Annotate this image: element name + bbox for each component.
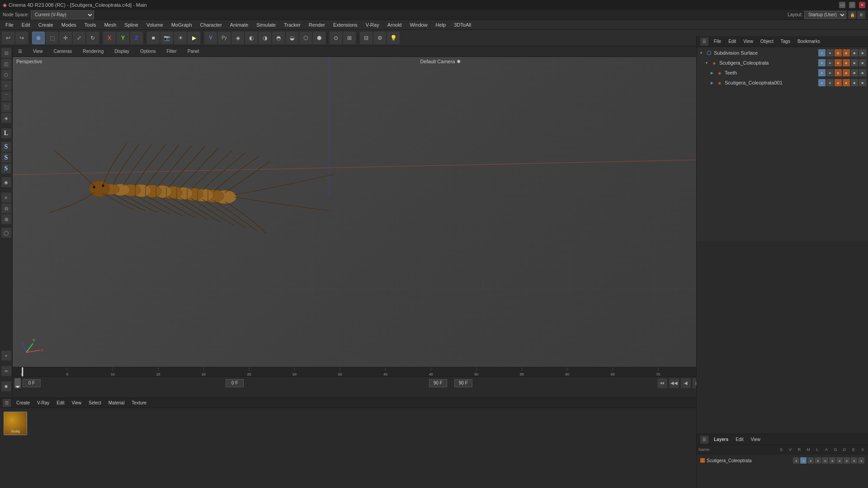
render-btn-scut001[interactable]: ●	[826, 79, 834, 86]
col-btn-subdiv-1[interactable]: ■	[835, 49, 842, 56]
goto-first-btn[interactable]: ⏮	[657, 378, 667, 388]
sidebar-btn-brush[interactable]: ✏	[1, 366, 11, 376]
menu-tools[interactable]: Tools	[81, 20, 100, 29]
collapse-btn-3[interactable]: ▶	[709, 70, 715, 75]
vp-menu-rendering[interactable]: Rendering	[81, 49, 105, 54]
layout-selector[interactable]: Startup (User)	[804, 11, 846, 19]
menu-arnold[interactable]: Arnold	[384, 20, 406, 29]
collapse-btn-1[interactable]: ▼	[698, 50, 704, 56]
sidebar-btn-2[interactable]: ◫	[1, 59, 11, 69]
menu-animate[interactable]: Animate	[226, 20, 252, 29]
sidebar-btn-patch[interactable]: ⬛	[1, 102, 11, 112]
end-frame-display[interactable]	[429, 379, 447, 387]
vp-menu-filter[interactable]: Filter	[165, 49, 179, 54]
menu-render[interactable]: Render	[305, 20, 329, 29]
tree-item-teeth[interactable]: ▶ ◈ Teeth ● ● ■ ■ ■ ■	[697, 68, 868, 78]
settings-btn-toolbar[interactable]: ⚙	[373, 32, 386, 44]
mat-menu-vray[interactable]: V-Ray	[35, 399, 51, 408]
vp-menu-panel[interactable]: Panel	[186, 49, 201, 54]
node-space-selector[interactable]: Current (V-Ray)	[31, 10, 94, 19]
prev-frame-btn[interactable]: ◀	[681, 378, 691, 388]
menu-extensions[interactable]: Extensions	[330, 20, 361, 29]
menu-file[interactable]: File	[2, 20, 17, 29]
sidebar-btn-s1[interactable]: S	[1, 142, 11, 152]
x-axis-btn[interactable]: X	[103, 32, 116, 44]
current-frame-input[interactable]	[23, 379, 41, 387]
menu-create[interactable]: Create	[35, 20, 57, 29]
menu-mograph[interactable]: MoGraph	[168, 20, 196, 29]
col-btn-scut001-1[interactable]: ■	[835, 79, 842, 86]
tool-icon-9[interactable]: ⬢	[313, 32, 326, 44]
minimize-btn[interactable]: —	[839, 2, 845, 8]
goto-prev-key-btn[interactable]: ◀◀	[669, 378, 679, 388]
col-btn-scut-1[interactable]: ■	[835, 59, 842, 66]
cube-btn[interactable]: ■	[147, 32, 160, 44]
render-btn-scut[interactable]: ●	[826, 59, 834, 66]
vis-btn-subdiv[interactable]: ●	[818, 49, 826, 56]
sidebar-btn-null[interactable]: ○	[1, 80, 11, 90]
mat-menu-select[interactable]: Select	[87, 399, 103, 408]
menu-mesh[interactable]: Mesh	[100, 20, 120, 29]
vp-menu-icon[interactable]: ☰	[16, 49, 24, 54]
sidebar-btn-obj[interactable]: ⬡	[1, 70, 11, 80]
lock-icon[interactable]: 🔒	[848, 11, 856, 19]
sidebar-btn-layer[interactable]: ≡	[1, 192, 11, 202]
menu-volume[interactable]: Volume	[143, 20, 167, 29]
menu-tracker[interactable]: Tracker	[280, 20, 304, 29]
menu-3dtoall[interactable]: 3DToAll	[450, 20, 475, 29]
sidebar-btn-paint[interactable]: ⬟	[1, 381, 11, 391]
mat-menu-texture[interactable]: Texture	[130, 399, 148, 408]
snap-btn[interactable]: ⊞	[343, 32, 356, 44]
vp-menu-cameras[interactable]: Cameras	[52, 49, 74, 54]
col-btn-scut001-3[interactable]: ■	[851, 79, 858, 86]
rotate-btn[interactable]: ↻	[86, 32, 99, 44]
menu-spline[interactable]: Spline	[121, 20, 142, 29]
menu-edit[interactable]: Edit	[18, 20, 34, 29]
col-btn-teeth-1[interactable]: ■	[835, 69, 842, 76]
undo-btn[interactable]: ↩	[2, 32, 14, 44]
col-btn-subdiv-3[interactable]: ■	[851, 49, 858, 56]
mat-menu-create[interactable]: Create	[14, 399, 32, 408]
light-add-btn[interactable]: ☀	[174, 32, 187, 44]
move-btn[interactable]: ✛	[59, 32, 72, 44]
scale-btn[interactable]: ⤢	[73, 32, 85, 44]
grid-btn[interactable]: ⊟	[360, 32, 373, 44]
collapse-btn-2[interactable]: ▼	[704, 60, 709, 66]
sidebar-btn-add[interactable]: +	[1, 351, 11, 361]
tool-icon-4[interactable]: ◐	[245, 32, 258, 44]
col-btn-teeth-3[interactable]: ■	[851, 69, 858, 76]
camera-add-btn[interactable]: 📷	[160, 32, 173, 44]
render-btn-subdiv[interactable]: ●	[826, 49, 834, 56]
sidebar-btn-tool1[interactable]: ◉	[1, 177, 11, 187]
mat-menu-edit[interactable]: Edit	[55, 399, 66, 408]
frame-display-2[interactable]	[226, 379, 244, 387]
render-btn-teeth[interactable]: ●	[826, 69, 834, 76]
menu-modes[interactable]: Modes	[58, 20, 80, 29]
sidebar-btn-gen[interactable]: ◈	[1, 113, 11, 123]
sidebar-btn-s2[interactable]: S	[1, 153, 11, 163]
playhead-indicator[interactable]	[14, 378, 21, 388]
sidebar-btn-1[interactable]: ⊡	[1, 48, 11, 58]
tool-icon-3[interactable]: ◈	[231, 32, 244, 44]
vray-icon-2[interactable]: Py	[218, 32, 231, 44]
tool-icon-5[interactable]: ◑	[259, 32, 271, 44]
vis-btn-teeth[interactable]: ●	[818, 69, 826, 76]
y-axis-btn[interactable]: Y	[117, 32, 129, 44]
sidebar-btn-curve[interactable]: ⌒	[1, 91, 11, 101]
settings-icon[interactable]: ⚙	[857, 11, 865, 19]
col-btn-scut001-2[interactable]: ■	[843, 79, 850, 86]
light-bulb-btn[interactable]: 💡	[387, 32, 400, 44]
vp-menu-view[interactable]: View	[31, 49, 45, 54]
vis-btn-scut[interactable]: ●	[818, 59, 826, 66]
sidebar-btn-anim[interactable]: ⊞	[1, 214, 11, 224]
tree-item-scutigera[interactable]: ▼ ◈ Scutigera_Coleoptrata ● ● ■ ■ ■ ■	[697, 58, 868, 68]
menu-character[interactable]: Character	[197, 20, 226, 29]
col-btn-subdiv-4[interactable]: ■	[859, 49, 866, 56]
material-thumb-scutigera[interactable]: Scutig	[4, 412, 27, 435]
mat-menu-view[interactable]: View	[70, 399, 83, 408]
collapse-btn-4[interactable]: ▶	[709, 80, 715, 85]
z-axis-btn[interactable]: Z	[130, 32, 143, 44]
col-btn-scut-2[interactable]: ■	[843, 59, 850, 66]
sidebar-btn-ring[interactable]: ◯	[1, 228, 11, 238]
menu-vray[interactable]: V-Ray	[362, 20, 383, 29]
